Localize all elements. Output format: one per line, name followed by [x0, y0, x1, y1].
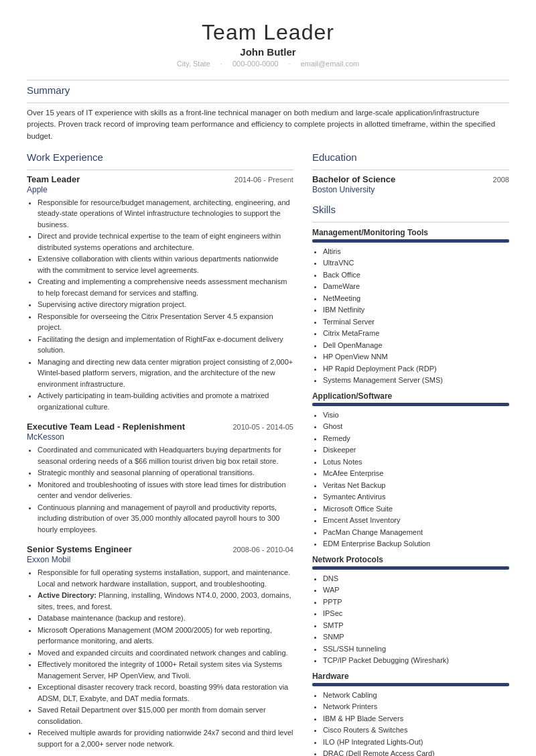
bullet-item: Continuous planning and management of pa…	[38, 502, 293, 536]
work-experience-title: Work Experience	[27, 151, 293, 164]
skill-item: ILO (HP Integrated Lights-Out)	[323, 737, 509, 748]
resume-title: Team Leader	[27, 20, 509, 45]
bullet-item: Active Directory: Planning, installing, …	[38, 590, 293, 612]
candidate-name: John Butler	[27, 46, 509, 58]
bullet-item: Monitored and troubleshooting of issues …	[38, 479, 293, 501]
skill-item: Diskeeper	[323, 444, 509, 456]
job-3-bullets: Responsible for full operating systems i…	[27, 567, 293, 749]
skills-cat-3: Network Protocols	[312, 555, 509, 564]
bullet-item: Direct and provide technical expertise t…	[38, 231, 293, 253]
job-2-company: McKesson	[27, 432, 293, 442]
skills-bar-3	[312, 566, 509, 570]
left-column: Work Experience Team Leader 2014-06 - Pr…	[27, 151, 293, 756]
skill-item: Cisco Routers & Switches	[323, 724, 509, 736]
bullet-item: Responsible for full operating systems i…	[38, 567, 293, 589]
bullet-item: Database maintenance (backup and restore…	[38, 613, 293, 624]
bullet-item: Strategic monthly and seasonal planning …	[38, 467, 293, 479]
bullet-item: Responsible for resource/budget manageme…	[38, 197, 293, 231]
resume-header: Team Leader John Butler City, State · 00…	[27, 20, 509, 68]
education-section: Education Bachelor of Science 2008 Bosto…	[312, 151, 509, 194]
education-divider	[312, 170, 509, 170]
skill-item: TCP/IP Packet Debugging (Wireshark)	[323, 655, 509, 666]
edu-degree: Bachelor of Science	[312, 174, 395, 184]
separator1: ·	[220, 60, 222, 68]
skills-cat-4: Hardware	[312, 672, 509, 681]
bullet-item: Effectively monitored the integrity of 1…	[38, 659, 293, 681]
phone: 000-000-0000	[232, 60, 279, 68]
skill-item: Network Cabling	[323, 690, 509, 701]
bullet-item: Managing and directing new data center m…	[38, 357, 293, 390]
skill-item: Dell OpenManage	[323, 340, 509, 351]
edu-year: 2008	[493, 176, 509, 184]
edu-header: Bachelor of Science 2008	[312, 174, 509, 184]
work-divider	[27, 170, 293, 170]
skill-item: PPTP	[323, 596, 509, 608]
bullet-item: Microsoft Operations Management (MOM 200…	[38, 625, 293, 647]
skill-item: NetMeeting	[323, 293, 509, 304]
bullet-item: Moved and expanded circuits and coordina…	[38, 647, 293, 659]
skill-item: Microsoft Office Suite	[323, 503, 509, 515]
job-2: Executive Team Lead - Replenishment 2010…	[27, 422, 293, 535]
skills-cat-1: Management/Monitoring Tools	[312, 228, 509, 237]
bullet-item: Saved Retail Department over $15,000 per…	[38, 704, 293, 727]
skill-item: EDM Enterprise Backup Solution	[323, 538, 509, 550]
contact-info: City, State · 000-000-0000 · email@email…	[27, 60, 509, 68]
skills-section: Skills Management/Monitoring Tools Altir…	[312, 204, 509, 756]
skill-item: Veritas Net Backup	[323, 480, 509, 491]
skill-item: HP Rapid Deployment Pack (RDP)	[323, 363, 509, 375]
education-title: Education	[312, 151, 509, 164]
skill-item: McAfee Enterprise	[323, 468, 509, 479]
job-1-header: Team Leader 2014-06 - Present	[27, 174, 293, 184]
job-1-bullets: Responsible for resource/budget manageme…	[27, 197, 293, 413]
skills-list-4: Network Cabling Network Printers IBM & H…	[312, 690, 509, 756]
summary-section: Summary Over 15 years of IT experience w…	[27, 84, 509, 142]
skill-item: DRAC (Dell Remote Access Card)	[323, 748, 509, 756]
skill-item: WAP	[323, 584, 509, 596]
skill-item: SMTP	[323, 620, 509, 631]
skill-item: UltraVNC	[323, 257, 509, 269]
skill-item: IBM Netfinity	[323, 304, 509, 316]
skill-item: SNMP	[323, 631, 509, 643]
bullet-item: Responsible for overseeing the Citrix Pr…	[38, 311, 293, 333]
bullet-item: Creating and implementing a comprehensiv…	[38, 276, 293, 298]
skills-bar-1	[312, 239, 509, 243]
skill-item: DameWare	[323, 281, 509, 292]
job-1-company: Apple	[27, 185, 293, 194]
skill-item: PacMan Change Management	[323, 527, 509, 538]
city-state: City, State	[177, 60, 210, 68]
skill-item: SSL/SSH tunneling	[323, 643, 509, 655]
skill-item: Lotus Notes	[323, 456, 509, 468]
job-3-company: Exxon Mobil	[27, 555, 293, 564]
main-content: Work Experience Team Leader 2014-06 - Pr…	[27, 151, 509, 756]
summary-title: Summary	[27, 84, 509, 97]
job-2-title: Executive Team Lead - Replenishment	[27, 422, 185, 432]
skill-item: IPSec	[323, 608, 509, 619]
skill-item: Symantec Antivirus	[323, 491, 509, 503]
skill-item: DNS	[323, 573, 509, 584]
skill-item: Visio	[323, 410, 509, 421]
bullet-item: Exceptional disaster recovery track reco…	[38, 682, 293, 704]
skills-list-3: DNS WAP PPTP IPSec SMTP SNMP SSL/SSH tun…	[312, 573, 509, 666]
skill-item: Altiris	[323, 246, 509, 257]
skill-item: Back Office	[323, 269, 509, 281]
skill-item: Network Printers	[323, 701, 509, 712]
job-1-title: Team Leader	[27, 174, 80, 184]
skill-item: Terminal Server	[323, 316, 509, 328]
job-3-header: Senior Systems Engineer 2008-06 - 2010-0…	[27, 544, 293, 554]
job-2-bullets: Coordinated and communicated with Headqu…	[27, 444, 293, 535]
skills-cat-2: Application/Software	[312, 391, 509, 401]
skills-title: Skills	[312, 204, 509, 216]
right-column: Education Bachelor of Science 2008 Bosto…	[312, 151, 509, 756]
skill-item: Remedy	[323, 433, 509, 444]
bullet-item: Actively participating in team-building …	[38, 390, 293, 412]
job-3: Senior Systems Engineer 2008-06 - 2010-0…	[27, 544, 293, 749]
bullet-item: Supervising active directory migration p…	[38, 299, 293, 310]
summary-text: Over 15 years of IT experience with skil…	[27, 107, 509, 142]
header-divider	[27, 80, 509, 80]
bullet-item: Coordinated and communicated with Headqu…	[38, 444, 293, 466]
skills-list-2: Visio Ghost Remedy Diskeeper Lotus Notes…	[312, 410, 509, 550]
bullet-item: Received multiple awards for providing n…	[38, 727, 293, 749]
job-1: Team Leader 2014-06 - Present Apple Resp…	[27, 174, 293, 413]
job-3-title: Senior Systems Engineer	[27, 544, 132, 554]
job-3-dates: 2008-06 - 2010-04	[232, 546, 293, 554]
